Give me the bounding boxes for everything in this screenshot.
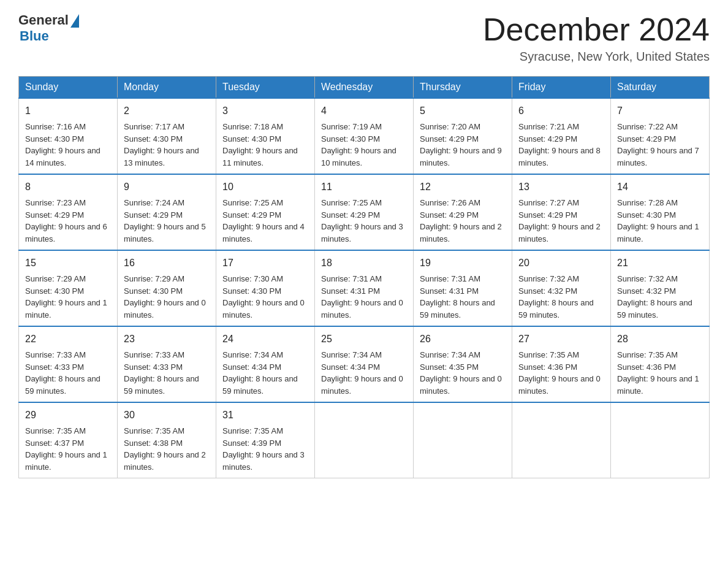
daylight-info: Daylight: 8 hours and 59 minutes.	[124, 373, 210, 397]
sunset-info: Sunset: 4:29 PM	[222, 209, 308, 221]
day-number: 26	[420, 332, 506, 347]
day-number: 11	[321, 180, 407, 194]
sunset-info: Sunset: 4:29 PM	[124, 209, 210, 221]
calendar-cell: 10 Sunrise: 7:25 AM Sunset: 4:29 PM Dayl…	[216, 174, 315, 250]
day-number: 16	[124, 256, 210, 270]
sunrise-info: Sunrise: 7:35 AM	[222, 425, 308, 437]
sunset-info: Sunset: 4:38 PM	[124, 437, 210, 450]
sunrise-info: Sunrise: 7:34 AM	[420, 349, 506, 361]
daylight-info: Daylight: 9 hours and 14 minutes.	[25, 145, 111, 169]
sunset-info: Sunset: 4:30 PM	[321, 133, 407, 145]
day-number: 9	[124, 180, 210, 194]
calendar-cell: 13 Sunrise: 7:27 AM Sunset: 4:29 PM Dayl…	[512, 174, 611, 250]
daylight-info: Daylight: 9 hours and 0 minutes.	[124, 297, 210, 321]
sunrise-info: Sunrise: 7:32 AM	[518, 273, 604, 285]
sunrise-info: Sunrise: 7:21 AM	[518, 121, 604, 133]
sunset-info: Sunset: 4:32 PM	[518, 285, 604, 297]
calendar-cell: 12 Sunrise: 7:26 AM Sunset: 4:29 PM Dayl…	[414, 174, 512, 250]
sunset-info: Sunset: 4:30 PM	[222, 285, 308, 297]
sunrise-info: Sunrise: 7:18 AM	[222, 121, 308, 133]
calendar-cell: 17 Sunrise: 7:30 AM Sunset: 4:30 PM Dayl…	[216, 250, 315, 326]
logo: General Blue	[18, 12, 79, 44]
daylight-info: Daylight: 8 hours and 59 minutes.	[518, 297, 604, 321]
calendar-cell: 8 Sunrise: 7:23 AM Sunset: 4:29 PM Dayli…	[19, 174, 118, 250]
day-number: 31	[222, 408, 308, 423]
week-row-4: 22 Sunrise: 7:33 AM Sunset: 4:33 PM Dayl…	[19, 326, 710, 402]
sunrise-info: Sunrise: 7:27 AM	[518, 197, 604, 209]
calendar-cell: 2 Sunrise: 7:17 AM Sunset: 4:30 PM Dayli…	[118, 98, 216, 174]
sunset-info: Sunset: 4:34 PM	[222, 361, 308, 373]
sunrise-info: Sunrise: 7:20 AM	[420, 121, 506, 133]
week-row-1: 1 Sunrise: 7:16 AM Sunset: 4:30 PM Dayli…	[19, 98, 710, 174]
sunrise-info: Sunrise: 7:25 AM	[222, 197, 308, 209]
day-header-tuesday: Tuesday	[216, 77, 315, 99]
daylight-info: Daylight: 9 hours and 0 minutes.	[420, 373, 506, 397]
calendar-cell: 3 Sunrise: 7:18 AM Sunset: 4:30 PM Dayli…	[216, 98, 315, 174]
days-header-row: SundayMondayTuesdayWednesdayThursdayFrid…	[19, 77, 710, 99]
day-number: 14	[617, 180, 703, 194]
sunset-info: Sunset: 4:30 PM	[222, 133, 308, 145]
sunset-info: Sunset: 4:29 PM	[25, 209, 111, 221]
sunrise-info: Sunrise: 7:33 AM	[124, 349, 210, 361]
day-header-wednesday: Wednesday	[315, 77, 414, 99]
daylight-info: Daylight: 9 hours and 9 minutes.	[420, 145, 506, 169]
sunset-info: Sunset: 4:29 PM	[617, 133, 703, 145]
calendar-cell: 25 Sunrise: 7:34 AM Sunset: 4:34 PM Dayl…	[315, 326, 414, 402]
logo-blue-text: Blue	[20, 28, 49, 44]
calendar-cell: 19 Sunrise: 7:31 AM Sunset: 4:31 PM Dayl…	[414, 250, 512, 326]
sunrise-info: Sunrise: 7:28 AM	[617, 197, 703, 209]
sunrise-info: Sunrise: 7:31 AM	[321, 273, 407, 285]
day-number: 5	[420, 104, 506, 118]
sunrise-info: Sunrise: 7:32 AM	[617, 273, 703, 285]
calendar-cell: 18 Sunrise: 7:31 AM Sunset: 4:31 PM Dayl…	[315, 250, 414, 326]
daylight-info: Daylight: 9 hours and 11 minutes.	[222, 145, 308, 169]
calendar-cell: 16 Sunrise: 7:29 AM Sunset: 4:30 PM Dayl…	[118, 250, 216, 326]
daylight-info: Daylight: 9 hours and 4 minutes.	[222, 221, 308, 245]
calendar-cell: 11 Sunrise: 7:25 AM Sunset: 4:29 PM Dayl…	[315, 174, 414, 250]
daylight-info: Daylight: 9 hours and 7 minutes.	[617, 145, 703, 169]
sunset-info: Sunset: 4:36 PM	[518, 361, 604, 373]
day-number: 29	[25, 408, 111, 423]
calendar-cell: 14 Sunrise: 7:28 AM Sunset: 4:30 PM Dayl…	[611, 174, 710, 250]
daylight-info: Daylight: 9 hours and 2 minutes.	[518, 221, 604, 245]
day-header-thursday: Thursday	[414, 77, 512, 99]
sunset-info: Sunset: 4:32 PM	[617, 285, 703, 297]
sunrise-info: Sunrise: 7:33 AM	[25, 349, 111, 361]
daylight-info: Daylight: 9 hours and 5 minutes.	[124, 221, 210, 245]
day-number: 20	[518, 256, 604, 270]
sunset-info: Sunset: 4:33 PM	[25, 361, 111, 373]
daylight-info: Daylight: 9 hours and 1 minute.	[25, 297, 111, 321]
sunset-info: Sunset: 4:37 PM	[25, 437, 111, 450]
day-number: 13	[518, 180, 604, 194]
daylight-info: Daylight: 9 hours and 1 minute.	[25, 449, 111, 473]
daylight-info: Daylight: 9 hours and 3 minutes.	[222, 449, 308, 473]
sunrise-info: Sunrise: 7:22 AM	[617, 121, 703, 133]
calendar-cell: 23 Sunrise: 7:33 AM Sunset: 4:33 PM Dayl…	[118, 326, 216, 402]
daylight-info: Daylight: 9 hours and 10 minutes.	[321, 145, 407, 169]
month-title: December 2024	[483, 12, 710, 47]
daylight-info: Daylight: 9 hours and 2 minutes.	[420, 221, 506, 245]
day-number: 30	[124, 408, 210, 423]
sunrise-info: Sunrise: 7:19 AM	[321, 121, 407, 133]
day-number: 8	[25, 180, 111, 194]
day-number: 3	[222, 104, 308, 118]
day-number: 10	[222, 180, 308, 194]
daylight-info: Daylight: 9 hours and 0 minutes.	[518, 373, 604, 397]
page-header: General Blue December 2024 Syracuse, New…	[18, 12, 710, 64]
calendar-cell: 26 Sunrise: 7:34 AM Sunset: 4:35 PM Dayl…	[414, 326, 512, 402]
day-number: 24	[222, 332, 308, 347]
sunrise-info: Sunrise: 7:34 AM	[321, 349, 407, 361]
sunrise-info: Sunrise: 7:25 AM	[321, 197, 407, 209]
title-area: December 2024 Syracuse, New York, United…	[483, 12, 710, 64]
sunrise-info: Sunrise: 7:26 AM	[420, 197, 506, 209]
week-row-3: 15 Sunrise: 7:29 AM Sunset: 4:30 PM Dayl…	[19, 250, 710, 326]
sunrise-info: Sunrise: 7:30 AM	[222, 273, 308, 285]
sunset-info: Sunset: 4:36 PM	[617, 361, 703, 373]
calendar-cell: 31 Sunrise: 7:35 AM Sunset: 4:39 PM Dayl…	[216, 402, 315, 478]
calendar-cell: 9 Sunrise: 7:24 AM Sunset: 4:29 PM Dayli…	[118, 174, 216, 250]
day-number: 25	[321, 332, 407, 347]
sunrise-info: Sunrise: 7:31 AM	[420, 273, 506, 285]
calendar-cell: 29 Sunrise: 7:35 AM Sunset: 4:37 PM Dayl…	[19, 402, 118, 478]
day-header-sunday: Sunday	[19, 77, 118, 99]
sunrise-info: Sunrise: 7:29 AM	[124, 273, 210, 285]
